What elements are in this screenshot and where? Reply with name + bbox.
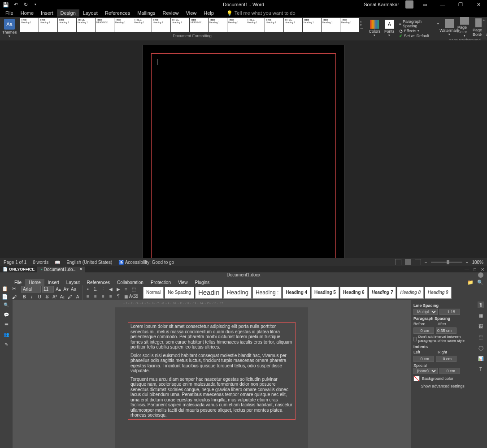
menu-help[interactable]: Help: [200, 9, 217, 17]
style-heading3[interactable]: Heading :: [252, 287, 282, 299]
shape-settings-icon[interactable]: ◯: [478, 345, 484, 351]
gallery-more-icon[interactable]: ▴▾⋯: [359, 18, 364, 32]
spacing-after[interactable]: [436, 327, 457, 334]
read-mode-icon[interactable]: [395, 259, 401, 265]
special-indent-mode[interactable]: (none): [413, 368, 438, 374]
web-layout-icon[interactable]: [415, 259, 421, 265]
menu-review[interactable]: Review: [159, 9, 183, 17]
word-count[interactable]: 0 words: [33, 260, 48, 265]
decrease-font-icon[interactable]: A▾: [63, 286, 69, 293]
paste-icon[interactable]: 📄: [2, 294, 8, 300]
line-spacing-mode[interactable]: Multiple: [413, 309, 438, 315]
page-count[interactable]: Page 1 of 1: [4, 260, 26, 265]
menu-mailings[interactable]: Mailings: [134, 9, 159, 17]
font-size-select[interactable]: [42, 286, 54, 293]
bullets-icon[interactable]: •: [85, 286, 91, 293]
page-content[interactable]: [151, 53, 336, 258]
superscript-icon[interactable]: A²: [52, 293, 58, 300]
spellcheck-icon[interactable]: 📖: [55, 260, 60, 265]
oo-minimize-icon[interactable]: —: [465, 267, 469, 272]
numbering-icon[interactable]: 1.: [92, 286, 99, 293]
word-document-area[interactable]: [0, 40, 487, 258]
redo-icon[interactable]: ↻: [22, 1, 29, 8]
line-spacing-icon[interactable]: ≡: [123, 286, 129, 293]
paragraph-spacing-button[interactable]: ≡Paragraph Spacing▾: [399, 19, 439, 28]
ribbon-display-icon[interactable]: ▭: [418, 0, 431, 9]
style-thumb[interactable]: TitleHeading 1: [340, 18, 359, 32]
format-painter-icon[interactable]: 🖌: [11, 294, 17, 300]
style-thumb[interactable]: TitleHeading 1: [58, 18, 76, 32]
insert-field-icon[interactable]: ⬚: [130, 286, 137, 293]
clear-style-icon[interactable]: A⌫: [130, 293, 137, 300]
subscript-icon[interactable]: A₂: [59, 293, 65, 300]
effects-button[interactable]: ◔Effects▾: [399, 29, 439, 33]
style-heading4[interactable]: Heading 4: [283, 287, 310, 299]
undo-icon[interactable]: ↶: [13, 1, 19, 8]
menu-references[interactable]: References: [101, 9, 134, 17]
style-thumb[interactable]: TITLEHeading 1: [171, 18, 189, 32]
change-case-icon[interactable]: Aa: [70, 286, 77, 293]
oo-menu-plugins[interactable]: Plugins: [191, 279, 213, 286]
image-settings-icon[interactable]: 🖼: [478, 323, 484, 329]
style-thumb[interactable]: TitleHEADING 1: [190, 18, 208, 32]
oo-menu-protection[interactable]: Protection: [147, 279, 174, 286]
font-color-icon[interactable]: A: [74, 293, 81, 300]
style-thumb[interactable]: TITLEHeading 1: [133, 18, 152, 32]
paragraph-settings-icon[interactable]: ¶: [478, 302, 484, 308]
oo-menu-view[interactable]: View: [174, 279, 191, 286]
close-icon[interactable]: ✕: [472, 0, 485, 9]
paragraph[interactable]: Lorem ipsum dolor sit amet consectetur a…: [130, 324, 293, 350]
oo-doc-tab[interactable]: ▪ Document1.do...✕: [37, 267, 85, 272]
special-indent-value[interactable]: [439, 368, 460, 374]
style-thumb[interactable]: TITLEHeading 1: [284, 18, 302, 32]
style-thumb[interactable]: TitleHeading 1: [20, 18, 39, 32]
colors-button[interactable]: Colors▾: [368, 18, 382, 39]
paragraph[interactable]: Dolor sociis nisi euismod habitant conse…: [130, 353, 293, 374]
style-thumb[interactable]: TitleHEADING 1: [96, 18, 114, 32]
chart-settings-icon[interactable]: 📊: [478, 355, 484, 362]
style-heading2[interactable]: Heading: [223, 287, 251, 299]
style-thumb[interactable]: TitleHeading 1: [265, 18, 283, 32]
word-page[interactable]: [143, 45, 344, 258]
underline-icon[interactable]: U: [36, 293, 43, 300]
horizontal-ruler[interactable]: · · 1 · · 2 · · 3 · · 4 · · 5 · · 6 · · …: [123, 300, 329, 306]
fonts-button[interactable]: A Fonts▾: [383, 18, 396, 39]
navigation-icon[interactable]: ☰: [3, 321, 9, 327]
qat-more-icon[interactable]: ▾: [32, 1, 39, 8]
align-right-icon[interactable]: ≡: [100, 293, 106, 300]
accessibility-status[interactable]: ♿ Accessibility: Good to go: [118, 260, 174, 265]
oo-page[interactable]: Lorem ipsum dolor sit amet consectetur a…: [115, 307, 308, 448]
cut-icon[interactable]: ✂: [11, 286, 17, 292]
style-normal[interactable]: Normal: [143, 287, 164, 299]
restore-icon[interactable]: ❐: [454, 0, 467, 9]
copy-icon[interactable]: 📋: [2, 286, 8, 292]
bgcolor-swatch[interactable]: [413, 376, 420, 381]
oo-open-location-icon[interactable]: 📁: [467, 280, 477, 285]
search-icon[interactable]: 🔍: [3, 302, 9, 308]
zoom-slider[interactable]: [431, 262, 462, 263]
menu-insert[interactable]: Insert: [37, 9, 57, 17]
header-settings-icon[interactable]: ⬚: [478, 334, 484, 340]
menu-layout[interactable]: Layout: [79, 9, 101, 17]
font-family-select[interactable]: [21, 286, 41, 293]
advanced-settings-link[interactable]: Show advanced settings: [413, 384, 472, 388]
style-thumb[interactable]: TitleHeading 1: [209, 18, 227, 32]
paragraph[interactable]: Torquent mus arcu diam semper hac nascet…: [130, 377, 293, 418]
chat-icon[interactable]: 👥: [3, 331, 9, 337]
spacing-before[interactable]: [413, 327, 434, 334]
zoom-out-icon[interactable]: −: [425, 260, 427, 265]
page-color-button[interactable]: Page Color▾: [457, 17, 472, 38]
highlight-icon[interactable]: 🖍: [67, 293, 73, 300]
align-center-icon[interactable]: ≡: [92, 293, 99, 300]
feedback-icon[interactable]: ✎: [3, 341, 9, 347]
style-thumb[interactable]: TitleHeading 1: [322, 18, 340, 32]
oo-brand[interactable]: 📄ONLYOFFICE: [0, 267, 37, 271]
document-formatting-gallery[interactable]: TitleHeading 1 TitleHeading 1 TitleHeadi…: [19, 17, 365, 33]
comments-icon[interactable]: 💬: [3, 311, 9, 318]
menu-file[interactable]: File: [2, 9, 17, 17]
style-thumb[interactable]: TitleHeading 1: [114, 18, 133, 32]
style-thumb[interactable]: TITLEHeading 1: [246, 18, 265, 32]
language-status[interactable]: English (United States): [66, 260, 112, 265]
increase-indent-icon[interactable]: ▶: [115, 286, 122, 293]
line-spacing-value[interactable]: [439, 309, 460, 315]
